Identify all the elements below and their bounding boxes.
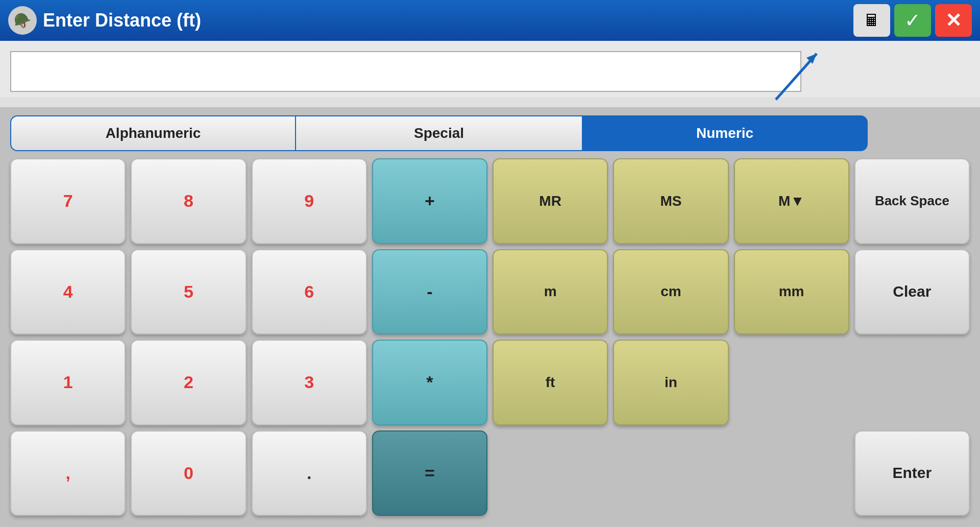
key-5[interactable]: 5 bbox=[131, 249, 246, 335]
tab-alphanumeric[interactable]: Alphanumeric bbox=[10, 115, 296, 151]
empty-cell-r4c6 bbox=[613, 430, 728, 516]
key-7[interactable]: 7 bbox=[10, 158, 126, 244]
titlebar: 🪖 Enter Distance (ft) 🖩 ✓ ✕ bbox=[0, 0, 980, 41]
key-comma[interactable]: , bbox=[10, 430, 126, 516]
key-clear[interactable]: Clear bbox=[854, 249, 970, 335]
empty-cell-r4c5 bbox=[493, 430, 608, 516]
cancel-button[interactable]: ✕ bbox=[935, 4, 972, 37]
key-8[interactable]: 8 bbox=[131, 158, 246, 244]
key-2[interactable]: 2 bbox=[131, 340, 246, 425]
key-plus[interactable]: + bbox=[372, 158, 487, 244]
key-grid: 7 8 9 + MR MS M▼ Back Space 4 5 6 bbox=[10, 158, 970, 516]
key-4[interactable]: 4 bbox=[10, 249, 126, 335]
key-minus[interactable]: - bbox=[372, 249, 487, 335]
key-m-dropdown[interactable]: M▼ bbox=[734, 158, 849, 244]
arrow-indicator bbox=[771, 49, 832, 105]
key-9[interactable]: 9 bbox=[252, 158, 367, 244]
distance-input[interactable]: 0.000 bbox=[10, 51, 801, 92]
key-equals[interactable]: = bbox=[372, 430, 487, 516]
key-ms[interactable]: MS bbox=[613, 158, 728, 244]
ok-button[interactable]: ✓ bbox=[894, 4, 931, 37]
key-6[interactable]: 6 bbox=[252, 249, 367, 335]
calculator-icon: 🖩 bbox=[864, 11, 880, 30]
empty-cell-r3c8 bbox=[854, 340, 970, 425]
window-title: Enter Distance (ft) bbox=[43, 10, 847, 31]
header-buttons: 🖩 ✓ ✕ bbox=[853, 4, 972, 37]
key-in[interactable]: in bbox=[613, 340, 728, 425]
tab-numeric[interactable]: Numeric bbox=[582, 115, 868, 151]
key-m[interactable]: m bbox=[493, 249, 608, 335]
key-dot[interactable]: . bbox=[252, 430, 367, 516]
key-mm[interactable]: mm bbox=[734, 249, 849, 335]
x-icon: ✕ bbox=[945, 9, 962, 32]
tab-special[interactable]: Special bbox=[296, 115, 582, 151]
key-backspace[interactable]: Back Space bbox=[854, 158, 970, 244]
key-cm[interactable]: cm bbox=[613, 249, 728, 335]
key-multiply[interactable]: * bbox=[372, 340, 487, 425]
key-3[interactable]: 3 bbox=[252, 340, 367, 425]
tab-row: Alphanumeric Special Numeric bbox=[10, 115, 970, 151]
key-0[interactable]: 0 bbox=[131, 430, 246, 516]
checkmark-icon: ✓ bbox=[904, 9, 921, 32]
empty-cell-r3c7 bbox=[734, 340, 849, 425]
app-icon: 🪖 bbox=[8, 6, 37, 35]
input-area: 0.000 bbox=[0, 41, 980, 97]
calculator-button[interactable]: 🖩 bbox=[853, 4, 890, 37]
key-ft[interactable]: ft bbox=[493, 340, 608, 425]
empty-cell-r4c7 bbox=[734, 430, 849, 516]
keyboard-area: Alphanumeric Special Numeric 7 8 9 + MR … bbox=[0, 107, 980, 527]
key-1[interactable]: 1 bbox=[10, 340, 126, 425]
key-mr[interactable]: MR bbox=[493, 158, 608, 244]
key-enter[interactable]: Enter bbox=[854, 430, 970, 516]
